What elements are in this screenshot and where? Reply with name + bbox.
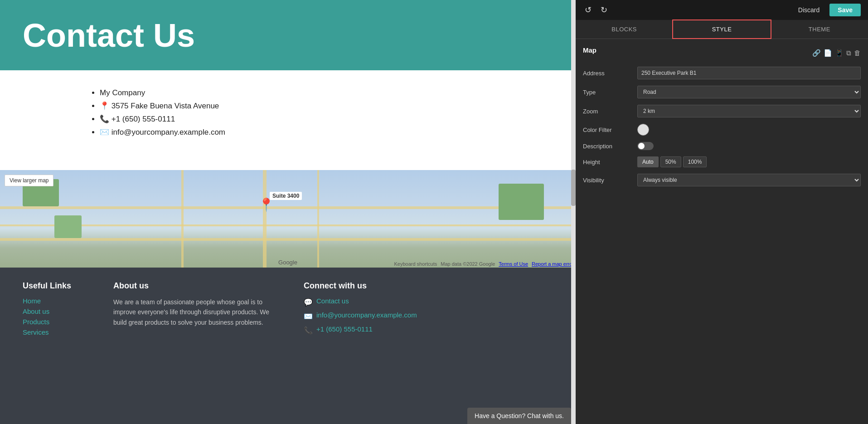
contact-list: My Company 📍 3575 Fake Buena Vista Avenu… — [91, 88, 553, 137]
section-title: Map — [583, 46, 596, 54]
type-row: Type Road Satellite Terrain — [583, 86, 861, 98]
road-h2 — [0, 224, 576, 226]
green-patch-2 — [54, 215, 82, 238]
footer-connect: Connect with us 💬 Contact us ✉️ info@you… — [304, 281, 440, 410]
page-title: Contact Us — [23, 17, 195, 54]
toolbar-right: Discard Save — [793, 4, 861, 16]
description-row: Description — [583, 142, 861, 150]
green-patch-3 — [499, 184, 544, 220]
color-filter-circle[interactable] — [637, 124, 649, 136]
keyboard-shortcuts: Keyboard shortcuts — [394, 261, 437, 267]
panel-tabs: BLOCKS STYLE THEME — [576, 20, 868, 39]
chat-widget[interactable]: Have a Question? Chat with us. — [467, 408, 571, 424]
connect-phone-row: 📞 +1 (650) 555-0111 — [304, 325, 440, 336]
road-h1 — [0, 206, 576, 209]
footer-link-home[interactable]: Home — [23, 297, 86, 305]
connect-contact-link[interactable]: Contact us — [316, 297, 349, 305]
address-label: Address — [583, 70, 633, 77]
visibility-select[interactable]: Always visible Hidden on mobile Hidden o… — [637, 174, 861, 186]
view-larger-map-button[interactable]: View larger map — [5, 175, 53, 186]
about-title: About us — [113, 281, 276, 291]
connect-email-link[interactable]: info@yourcompany.example.com — [316, 311, 417, 319]
mobile-icon[interactable]: 📱 — [835, 49, 844, 57]
google-label: Google — [278, 259, 297, 266]
map-data: Map data ©2022 Google — [441, 261, 495, 267]
main-area: Contact Us My Company 📍 3575 Fake Buena … — [0, 0, 576, 424]
connect-email-icon: ✉️ — [304, 312, 313, 321]
right-panel: ↺ ↻ Discard Save BLOCKS STYLE THEME Map … — [576, 0, 868, 424]
height-auto-button[interactable]: Auto — [637, 156, 659, 167]
scroll-thumb[interactable] — [571, 170, 576, 206]
tab-style[interactable]: STYLE — [672, 19, 771, 39]
tab-blocks[interactable]: BLOCKS — [576, 20, 673, 39]
map-area: 📍 Suite 3400 View larger map Google Keyb… — [0, 170, 576, 268]
duplicate-icon[interactable]: ⧉ — [846, 49, 851, 57]
map-suite-label: Suite 3400 — [270, 192, 302, 200]
footer-link-services[interactable]: Services — [23, 328, 86, 336]
address-row: Address — [583, 67, 861, 79]
visibility-label: Visibility — [583, 177, 633, 184]
road-v3 — [317, 170, 319, 268]
map-background — [0, 170, 576, 268]
link-icon[interactable]: 🔗 — [812, 49, 821, 57]
color-filter-label: Color Filter — [583, 127, 633, 133]
map-placeholder: 📍 Suite 3400 View larger map Google Keyb… — [0, 170, 576, 268]
connect-contact-row: 💬 Contact us — [304, 297, 440, 307]
connect-phone-icon: 📞 — [304, 326, 313, 335]
tab-theme[interactable]: THEME — [771, 20, 868, 39]
height-50-button[interactable]: 50% — [660, 156, 681, 167]
zoom-label: Zoom — [583, 108, 633, 115]
footer: Useful Links Home About us Products Serv… — [0, 268, 576, 424]
scrollbar[interactable] — [571, 0, 576, 424]
footer-useful-links: Useful Links Home About us Products Serv… — [23, 281, 86, 410]
page-header: Contact Us — [0, 0, 576, 70]
visibility-row: Visibility Always visible Hidden on mobi… — [583, 174, 861, 186]
type-label: Type — [583, 89, 633, 96]
zoom-row: Zoom 1 km 2 km 5 km 10 km — [583, 105, 861, 117]
contact-info-section: My Company 📍 3575 Fake Buena Vista Avenu… — [0, 70, 576, 170]
road-h3 — [0, 238, 576, 241]
useful-links-title: Useful Links — [23, 281, 86, 291]
section-header-icons: 🔗 📄 📱 ⧉ 🗑 — [812, 49, 861, 57]
color-filter-row: Color Filter — [583, 124, 861, 136]
redo-button[interactable]: ↻ — [599, 3, 609, 17]
description-label: Description — [583, 143, 633, 150]
address-item: 📍 3575 Fake Buena Vista Avenue — [100, 101, 553, 111]
panel-content: Map 🔗 📄 📱 ⧉ 🗑 Address Type Road Satellit… — [576, 39, 868, 424]
connect-phone-link[interactable]: +1 (650) 555-0111 — [316, 325, 373, 333]
undo-button[interactable]: ↺ — [583, 3, 593, 17]
section-header: Map 🔗 📄 📱 ⧉ 🗑 — [583, 46, 861, 59]
address-input[interactable] — [637, 67, 861, 79]
connect-email-row: ✉️ info@yourcompany.example.com — [304, 311, 440, 322]
road-v2 — [263, 170, 267, 268]
zoom-select[interactable]: 1 km 2 km 5 km 10 km — [637, 105, 861, 117]
height-row: Height Auto 50% 100% — [583, 156, 861, 167]
connect-title: Connect with us — [304, 281, 440, 291]
pin-icon: 📍 — [100, 102, 109, 110]
road-v1 — [181, 170, 184, 268]
delete-icon[interactable]: 🗑 — [854, 49, 861, 57]
terms-of-use[interactable]: Terms of Use — [499, 261, 528, 267]
height-buttons: Auto 50% 100% — [637, 156, 707, 167]
type-select[interactable]: Road Satellite Terrain — [637, 86, 861, 98]
toolbar: ↺ ↻ Discard Save — [576, 0, 868, 20]
map-footer-links: Keyboard shortcuts Map data ©2022 Google… — [394, 261, 574, 267]
about-text: We are a team of passionate people whose… — [113, 297, 276, 327]
copy-icon[interactable]: 📄 — [824, 49, 832, 57]
chat-bubble-icon: 💬 — [304, 298, 313, 307]
company-name: My Company — [100, 88, 553, 97]
footer-about: About us We are a team of passionate peo… — [113, 281, 276, 410]
description-toggle[interactable] — [637, 142, 654, 150]
toggle-knob — [638, 143, 645, 149]
footer-link-products[interactable]: Products — [23, 318, 86, 326]
phone-item: 📞 +1 (650) 555-0111 — [100, 114, 553, 124]
phone-icon: 📞 — [100, 115, 109, 123]
email-item: ✉️ info@yourcompany.example.com — [100, 127, 553, 137]
height-100-button[interactable]: 100% — [683, 156, 707, 167]
report-map-error[interactable]: Report a map error — [532, 261, 574, 267]
email-icon: ✉️ — [100, 128, 109, 136]
discard-button[interactable]: Discard — [793, 4, 825, 16]
save-button[interactable]: Save — [829, 4, 861, 16]
footer-link-about[interactable]: About us — [23, 307, 86, 315]
height-label: Height — [583, 159, 633, 166]
